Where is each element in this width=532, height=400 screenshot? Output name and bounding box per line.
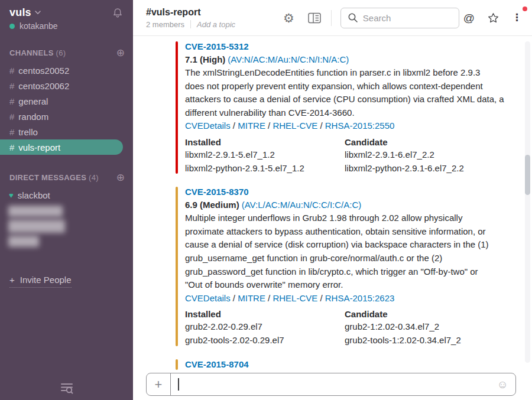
severity-row: 7.1 (High)(AV:N/AC:M/Au:N/C:N/I:N/A:C) bbox=[185, 53, 532, 66]
workspace-row: vuls bbox=[0, 0, 133, 19]
attachment-body: CVE-2015-83706.9 (Medium)(AV:L/AC:M/Au:N… bbox=[185, 185, 532, 347]
channel-label: trello bbox=[18, 127, 38, 137]
severity-row: 6.9 (Medium)(AV:L/AC:M/Au:N/C:C/I:C/A:C) bbox=[185, 199, 532, 212]
attach-file-button[interactable]: + bbox=[147, 373, 171, 395]
link-separator: / bbox=[231, 293, 238, 303]
description-line: attackers to cause a denial of service (… bbox=[185, 93, 532, 106]
mentions-icon[interactable]: @ bbox=[463, 12, 475, 24]
link-separator: / bbox=[265, 121, 273, 131]
cvss-vector-link[interactable]: (AV:N/AC:M/Au:N/C:N/I:N/A:C) bbox=[228, 54, 349, 64]
heart-icon: ♥ bbox=[9, 191, 14, 199]
invite-people-button[interactable]: +Invite People bbox=[9, 275, 72, 288]
description-line: "Out of bounds overwrite" memory error. bbox=[185, 278, 532, 292]
more-options-icon[interactable]: ⋮ bbox=[512, 12, 523, 23]
bell-icon[interactable] bbox=[111, 6, 124, 19]
description-line: grub_password_get function in lib/crypto… bbox=[185, 265, 532, 279]
dm-count: (4) bbox=[89, 173, 99, 182]
reference-link[interactable]: RHEL-CVE bbox=[273, 121, 317, 131]
description-line: cause a denial of service (disk corrupti… bbox=[185, 238, 532, 252]
reference-links: CVEDetails / MITRE / RHEL-CVE / RHSA-201… bbox=[185, 119, 532, 133]
description-line: Multiple integer underflows in Grub2 1.9… bbox=[185, 212, 532, 225]
attachment-body: CVE-2015-8704 bbox=[185, 357, 532, 371]
severity-score: 7.1 (High) bbox=[185, 54, 225, 64]
channel-header: #vuls-report 2 members Add a topic ⚙ bbox=[133, 0, 532, 36]
cve-link[interactable]: CVE-2015-8370 bbox=[185, 185, 249, 199]
member-count[interactable]: 2 members bbox=[146, 20, 184, 29]
cvss-vector-link[interactable]: (AV:L/AC:M/Au:N/C:C/I:C/A:C) bbox=[242, 200, 362, 210]
presence-dot bbox=[9, 24, 15, 29]
star-icon[interactable] bbox=[487, 12, 499, 24]
sidebar-item-general[interactable]: #general bbox=[0, 93, 133, 109]
attachment-color-bar bbox=[176, 187, 178, 346]
cve-link[interactable]: CVE-2015-8704 bbox=[185, 357, 249, 371]
attachment-color-bar bbox=[176, 41, 178, 174]
hash-icon: # bbox=[9, 96, 14, 106]
channels-header-label[interactable]: CHANNELS (6) bbox=[9, 48, 66, 57]
package-version: libxml2-python-2.9.1-6.el7_2.2 bbox=[345, 162, 504, 175]
chevron-down-icon bbox=[35, 11, 41, 15]
hash-icon: # bbox=[9, 112, 14, 122]
redacted-dm-item[interactable] bbox=[8, 220, 65, 233]
hash-icon: # bbox=[9, 142, 14, 152]
channel-label: centos20052 bbox=[18, 66, 69, 76]
redacted-dm-item[interactable] bbox=[8, 206, 63, 217]
reference-links: CVEDetails / MITRE / RHEL-CVE / RHSA-201… bbox=[185, 292, 532, 305]
cve-link[interactable]: CVE-2015-5312 bbox=[185, 40, 249, 53]
reference-link[interactable]: CVEDetails bbox=[185, 121, 231, 131]
installed-column-label: Installed bbox=[185, 136, 345, 148]
reference-link[interactable]: MITRE bbox=[238, 121, 265, 131]
channels-count: (6) bbox=[56, 48, 66, 57]
text-cursor bbox=[178, 378, 179, 391]
attachment-body: CVE-2015-53127.1 (High)(AV:N/AC:M/Au:N/C… bbox=[185, 40, 532, 175]
workspace-menu[interactable]: vuls bbox=[9, 6, 41, 19]
package-fields: Installedgrub2-2.02-0.29.el7grub2-tools-… bbox=[185, 308, 532, 347]
sidebar-item-vuls-report[interactable]: #vuls-report bbox=[0, 139, 123, 155]
channel-label: centos20062 bbox=[18, 81, 69, 91]
link-separator: / bbox=[265, 293, 273, 303]
gear-icon[interactable]: ⚙ bbox=[283, 12, 294, 24]
add-dm-icon[interactable]: ⊕ bbox=[116, 173, 125, 183]
reference-link[interactable]: RHEL-CVE bbox=[273, 293, 317, 303]
details-pane-icon[interactable] bbox=[308, 12, 321, 24]
candidate-column: Candidategrub2-1:2.02-0.34.el7_2grub2-to… bbox=[345, 308, 504, 347]
search-box[interactable] bbox=[340, 8, 459, 28]
message-input[interactable] bbox=[171, 373, 497, 395]
sidebar-item-slackbot[interactable]: ♥slackbot bbox=[0, 187, 133, 203]
header-divider bbox=[331, 10, 332, 26]
reference-link[interactable]: CVEDetails bbox=[185, 293, 231, 303]
package-version: grub2-tools-2.02-0.29.el7 bbox=[185, 334, 345, 347]
add-topic-button[interactable]: Add a topic bbox=[197, 20, 235, 29]
user-presence[interactable]: kotakanbe bbox=[0, 19, 133, 31]
reference-link[interactable]: RHSA-2015:2623 bbox=[325, 293, 395, 303]
candidate-column-label: Candidate bbox=[345, 136, 504, 148]
dm-section-header: DIRECT MESSAGES (4) ⊕ bbox=[0, 173, 133, 183]
reference-link[interactable]: MITRE bbox=[238, 293, 265, 303]
message-attachment: CVE-2015-8704 bbox=[176, 357, 532, 371]
add-channel-icon[interactable]: ⊕ bbox=[116, 48, 125, 58]
reference-link[interactable]: RHSA-2015:2550 bbox=[325, 121, 395, 131]
severity-score: 6.9 (Medium) bbox=[185, 200, 239, 210]
package-version: grub2-2.02-0.29.el7 bbox=[185, 320, 345, 334]
scrollbar-track[interactable] bbox=[525, 41, 530, 363]
link-separator: / bbox=[317, 121, 325, 131]
package-version: libxml2-2.9.1-6.el7_2.2 bbox=[345, 148, 504, 162]
quick-switcher-icon[interactable] bbox=[60, 381, 74, 395]
dm-label: slackbot bbox=[18, 190, 50, 200]
sidebar-item-centos20062[interactable]: #centos20062 bbox=[0, 78, 133, 93]
description-line: proximate attackers to bypass authentica… bbox=[185, 225, 532, 239]
redacted-dm-item[interactable] bbox=[8, 236, 39, 247]
sidebar-item-centos20052[interactable]: #centos20052 bbox=[0, 63, 133, 78]
channel-label: vuls-report bbox=[18, 142, 60, 152]
channel-label: general bbox=[18, 96, 48, 106]
channel-list: #centos20052#centos20062#general#random#… bbox=[0, 63, 133, 155]
sidebar: vuls kotakanbe CHANNELS (6) ⊕ # bbox=[0, 0, 133, 400]
hash-icon: # bbox=[9, 66, 14, 76]
scrollbar-thumb[interactable] bbox=[525, 155, 530, 195]
sidebar-item-random[interactable]: #random bbox=[0, 109, 133, 124]
message-attachment: CVE-2015-83706.9 (Medium)(AV:L/AC:M/Au:N… bbox=[176, 185, 532, 347]
channel-title: #vuls-report bbox=[146, 7, 283, 18]
sidebar-item-trello[interactable]: #trello bbox=[0, 124, 133, 139]
emoji-picker-icon[interactable]: ☺ bbox=[497, 379, 515, 390]
dm-header-label[interactable]: DIRECT MESSAGES (4) bbox=[9, 173, 99, 182]
search-input[interactable] bbox=[363, 13, 452, 23]
